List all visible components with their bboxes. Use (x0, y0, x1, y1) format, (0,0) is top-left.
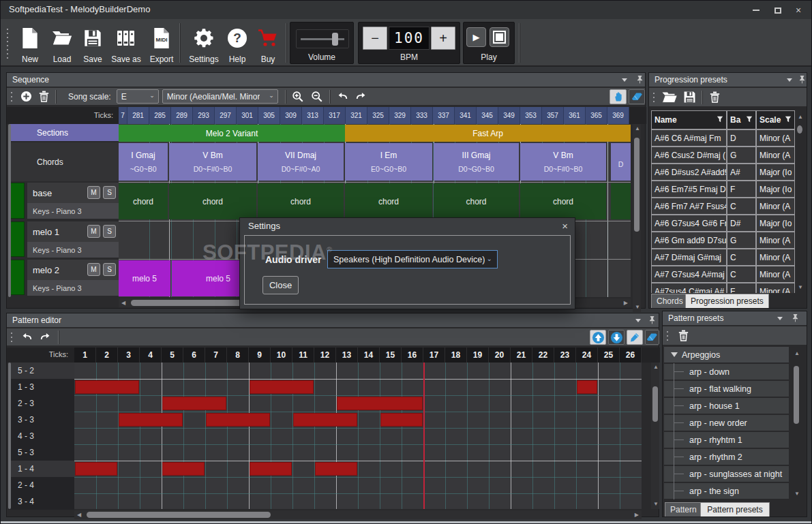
chord-cell-block[interactable]: chord (434, 183, 519, 219)
erase-tool-button[interactable] (645, 330, 659, 345)
sequence-toolbar-grip[interactable] (10, 91, 13, 103)
track-card[interactable]: baseMSKeys - Piano 3 (27, 183, 119, 219)
solo-button[interactable]: S (103, 186, 116, 199)
column-header[interactable]: Scale (756, 110, 795, 129)
erase-tool-button[interactable] (629, 89, 645, 104)
solo-button[interactable]: S (103, 263, 116, 276)
scroll-right-arrow[interactable]: ▶ (635, 512, 639, 518)
load-button[interactable]: Load (47, 21, 77, 65)
table-row[interactable]: A#6 Gm add9 D7suGMinor (A (649, 232, 808, 249)
tab-progression-presets[interactable]: Progression presets (685, 294, 769, 308)
delete-preset-button[interactable] (705, 90, 724, 105)
pin-icon[interactable] (637, 75, 643, 86)
column-header[interactable]: Ba (727, 110, 756, 129)
pattern-left-scrollbar[interactable] (8, 363, 11, 509)
note-block[interactable] (250, 380, 314, 394)
dialog-close-icon[interactable]: × (562, 220, 568, 232)
pattern-presets-toolbar-grip[interactable] (666, 330, 669, 342)
solo-button[interactable]: S (103, 225, 116, 238)
scrollbar-thumb[interactable] (797, 125, 802, 134)
chord-block[interactable]: III GmajD0~G0~B0 (434, 143, 519, 181)
chord-cell-block[interactable] (611, 183, 631, 219)
tab-pattern-presets[interactable]: Pattern presets (700, 502, 770, 517)
volume-slider-thumb[interactable] (332, 33, 338, 46)
column-header[interactable]: Name (651, 110, 727, 129)
pan-tool-button[interactable] (610, 89, 627, 104)
table-row[interactable]: A#6 Fm7 A#7 Fsus4CMinor (A (649, 198, 808, 215)
pattern-horizontal-scrollbar[interactable]: ◀▶ (74, 510, 642, 519)
scrollbar-thumb[interactable] (794, 366, 799, 424)
note-block[interactable] (162, 462, 205, 476)
tree-expander-icon[interactable] (671, 352, 678, 357)
scrollbar-thumb[interactable] (652, 386, 658, 422)
chord-block[interactable]: V BmD0~F#0~B0 (169, 143, 256, 181)
chord-cell-block[interactable]: chord (258, 183, 344, 219)
chord-cell-block[interactable]: chord (119, 183, 168, 219)
song-scale-key-dropdown[interactable]: E⌄ (117, 89, 159, 104)
scroll-up-arrow[interactable]: ▲ (653, 365, 659, 370)
pin-icon[interactable] (792, 313, 798, 324)
delete-preset-button[interactable] (673, 328, 693, 343)
tree-item[interactable]: arp - rhyhtm 1 (664, 432, 789, 448)
load-preset-button[interactable] (659, 90, 680, 105)
collapse-chevron-icon[interactable] (777, 317, 783, 320)
table-row[interactable]: A#6 G7sus4 G#6 FmD#Major (Io (649, 215, 808, 232)
melo-block[interactable]: melo 5 (119, 260, 170, 296)
save-button[interactable]: Save (78, 21, 107, 65)
table-row[interactable]: A#7sus4 C#maj A#FMinor (A (649, 283, 808, 293)
pin-icon[interactable] (799, 75, 805, 86)
sequence-ticks-ruler[interactable]: Ticks: 728128528929329730130530931331732… (7, 107, 646, 124)
table-vertical-scrollbar[interactable]: ▲▼ (796, 110, 804, 293)
scroll-up-arrow[interactable]: ▲ (794, 351, 800, 356)
note-block[interactable] (577, 380, 597, 394)
table-row[interactable]: A#6 C6 A#maj FmDMinor (A (649, 129, 808, 147)
tree-item[interactable]: arp - the sign (664, 483, 789, 499)
chord-block[interactable]: V BmD0~F#0~B0 (520, 143, 606, 181)
pattern-grid[interactable] (74, 363, 642, 509)
note-block[interactable] (250, 462, 292, 476)
progression-toolbar-grip[interactable] (652, 91, 655, 104)
shift-notes-up-button[interactable] (590, 330, 606, 345)
volume-slider[interactable] (296, 29, 349, 48)
tree-item[interactable]: arp - sunglasses at night (664, 466, 789, 482)
zoom-in-button[interactable] (288, 89, 307, 104)
shift-notes-down-button[interactable] (608, 330, 625, 345)
sequence-vertical-scrollbar[interactable]: ▲▼ (633, 124, 641, 312)
tree-item[interactable]: arp - down (664, 364, 789, 380)
chord-cell-block[interactable]: chord (169, 183, 256, 219)
redo-button[interactable] (36, 330, 55, 345)
dialog-close-button[interactable]: Close (262, 276, 299, 294)
filter-funnel-icon[interactable] (785, 115, 792, 125)
minimize-button[interactable] (748, 4, 764, 16)
play-button[interactable]: ▶ (466, 27, 486, 47)
pattern-ticks-ruler[interactable]: Ticks: 123456789101112131415161718192021… (7, 348, 660, 363)
tree-vertical-scrollbar[interactable]: ▲▼ (792, 347, 800, 501)
bpm-decrease-button[interactable]: − (363, 27, 387, 50)
bpm-increase-button[interactable]: + (431, 27, 455, 50)
chord-block[interactable]: VII DmajD0~F#0~A0 (258, 143, 344, 181)
scroll-down-arrow[interactable]: ▼ (635, 305, 640, 310)
scroll-down-arrow[interactable]: ▼ (798, 285, 803, 290)
note-block[interactable] (75, 462, 117, 476)
tree-item[interactable]: arp - rhythm 2 (664, 449, 789, 465)
track-card[interactable]: melo 1MSKeys - Piano 3 (27, 221, 119, 258)
audio-driver-dropdown[interactable]: Speakers (High Definition Audio Device) … (327, 250, 498, 268)
help-button[interactable]: ?Help (223, 21, 252, 65)
tree-root-arpeggios[interactable]: Arpeggios (664, 347, 789, 363)
scroll-down-arrow[interactable]: ▼ (794, 491, 800, 497)
filter-funnel-icon[interactable] (746, 115, 753, 125)
undo-button[interactable] (17, 330, 36, 345)
base-track-row[interactable]: chordchordchordchordchordchord (119, 182, 631, 220)
filter-funnel-icon[interactable] (717, 115, 723, 125)
chord-block[interactable]: D (611, 143, 631, 181)
maximize-button[interactable] (770, 4, 786, 16)
table-row[interactable]: A#6 D#sus2 A#add9A#Major (Io (649, 164, 808, 181)
song-scale-mode-dropdown[interactable]: Minor (Aeolian/Mel. Minor⌄ (162, 89, 278, 104)
delete-item-button[interactable] (35, 89, 52, 104)
chord-cell-block[interactable]: chord (345, 183, 432, 219)
chord-cell-block[interactable]: chord (520, 183, 606, 219)
pattern-vertical-scrollbar[interactable]: ▲▼ (651, 363, 659, 509)
scroll-up-arrow[interactable]: ▲ (798, 114, 803, 120)
note-block[interactable] (380, 413, 423, 427)
tab-chords[interactable]: Chords (651, 294, 689, 308)
